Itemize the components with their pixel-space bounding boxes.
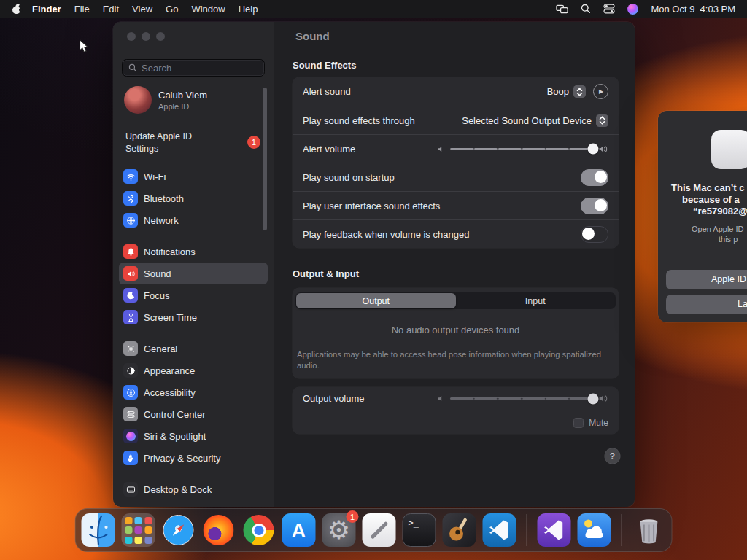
dock-trash-icon[interactable] (632, 513, 666, 547)
dock-terminal-icon[interactable]: >_ (403, 513, 436, 547)
dock-safari-icon[interactable] (162, 513, 196, 547)
play-feedback-when-volume-is-changed-toggle[interactable] (581, 226, 608, 243)
dock-launchpad-icon[interactable] (122, 513, 155, 547)
menu-clock[interactable]: Mon Oct 9 4:03 PM (651, 4, 735, 15)
output-volume-row: Output volume (293, 387, 619, 404)
alert-sound-popup[interactable]: Boop (547, 85, 586, 98)
sidebar-item-label: Wi-Fi (144, 171, 166, 182)
alert-body-line: Open Apple ID (692, 225, 744, 233)
dock-chrome-icon[interactable] (242, 513, 276, 547)
sidebar-item-network[interactable]: Network (119, 209, 268, 231)
dock-app-store-icon[interactable]: A (282, 513, 316, 547)
alert-sound-row: Alert sound Boop ▶ (293, 77, 619, 106)
spotlight-search-icon[interactable] (581, 4, 591, 14)
sidebar-item-control-center[interactable]: Control Center (119, 403, 268, 425)
update-apple-id-notice[interactable]: Update Apple ID Settings 1 (122, 131, 265, 155)
hourglass-icon (123, 310, 138, 324)
sidebar-item-sound[interactable]: Sound (119, 262, 268, 284)
appearance-icon (123, 363, 138, 378)
play-sound-on-startup-label: Play sound on startup (303, 172, 395, 183)
dock-finder-icon[interactable] (82, 513, 115, 547)
sidebar-item-general[interactable]: General (119, 338, 268, 359)
search-input[interactable]: Search (122, 59, 265, 77)
play-through-popup[interactable]: Selected Sound Output Device (462, 114, 608, 127)
menu-status-area: Mon Oct 9 4:03 PM (556, 4, 740, 15)
dock-vscode-insiders-icon[interactable] (538, 513, 571, 547)
menu-item-help[interactable]: Help (232, 4, 265, 15)
search-icon (128, 63, 137, 72)
siri-icon[interactable] (627, 4, 638, 15)
dock-firefox-icon[interactable] (202, 513, 236, 547)
help-button[interactable]: ? (605, 448, 620, 464)
play-through-value: Selected Sound Output Device (462, 115, 592, 126)
alert-body-line: this p (719, 235, 738, 244)
zoom-button[interactable] (156, 32, 165, 41)
play-user-interface-sound-effects-row: Play user interface sound effects (293, 191, 619, 219)
dock-notes-icon[interactable] (363, 513, 396, 547)
alert-volume-slider[interactable] (437, 144, 608, 154)
minimize-button[interactable] (142, 32, 150, 41)
menu-item-edit[interactable]: Edit (96, 4, 125, 15)
displays-icon[interactable] (556, 4, 568, 14)
menu-bar: Finder FileEditViewGoWindowHelp Mon Oct … (0, 0, 747, 18)
sidebar-item-siri-spotlight[interactable]: Siri & Spotlight (119, 425, 268, 447)
sound-pane: Sound Sound Effects Alert sound Boop ▶ P… (274, 22, 635, 507)
dock-icon (123, 482, 138, 497)
sound-effects-heading: Sound Effects (293, 60, 356, 71)
menu-item-view[interactable]: View (125, 4, 159, 15)
play-sound-on-startup-toggle[interactable] (581, 169, 608, 186)
menu-item-window[interactable]: Window (185, 4, 231, 15)
play-feedback-when-volume-is-changed-label: Play feedback when volume is changed (303, 229, 469, 240)
moon-icon (123, 288, 138, 303)
sidebar-item-accessibility[interactable]: Accessibility (119, 381, 268, 403)
dock-weather-icon[interactable] (578, 513, 611, 547)
profile-subtitle: Apple ID (158, 102, 207, 111)
later-button[interactable]: La (666, 295, 747, 314)
mute-checkbox[interactable] (573, 418, 584, 428)
close-button[interactable] (127, 32, 136, 41)
traffic-lights (127, 32, 165, 41)
alert-title-line: “re579082@ (693, 206, 747, 217)
sidebar-item-label: Siri & Spotlight (144, 431, 206, 442)
sidebar-scrollbar[interactable] (263, 88, 267, 230)
slider-knob[interactable] (588, 144, 599, 155)
control-center-icon[interactable] (603, 4, 615, 14)
play-alert-sound-button[interactable]: ▶ (593, 84, 608, 99)
no-devices-message: No audio output devices found (293, 324, 619, 335)
speaker-low-icon (437, 394, 445, 402)
sidebar-item-notifications[interactable]: Notifications (119, 241, 268, 262)
sidebar-item-label: General (144, 343, 177, 354)
tab-input[interactable]: Input (456, 293, 616, 308)
apple-id-settings-button[interactable]: Apple ID (666, 270, 747, 289)
profile-name: Calub Viem (158, 90, 207, 101)
menu-app-name[interactable]: Finder (26, 4, 68, 15)
menu-item-file[interactable]: File (68, 4, 96, 15)
spatial-audio-footnote: Applications may be able to access head … (297, 349, 607, 370)
apple-menu-icon[interactable] (12, 4, 21, 15)
sidebar-item-label: Sound (144, 268, 171, 279)
siri-icon (123, 429, 138, 443)
play-user-interface-sound-effects-toggle[interactable] (581, 198, 608, 214)
sidebar-item-screen-time[interactable]: Screen Time (119, 306, 268, 328)
dock-divider (622, 514, 622, 546)
sidebar-item-wi-fi[interactable]: Wi-Fi (119, 166, 268, 187)
tab-output[interactable]: Output (296, 293, 456, 308)
output-volume-slider[interactable] (437, 394, 608, 403)
apple-id-profile[interactable]: Calub Viem Apple ID (124, 86, 264, 114)
dock-vscode-icon[interactable] (483, 513, 516, 547)
sidebar-item-label: Accessibility (144, 387, 196, 398)
output-input-heading: Output & Input (293, 268, 359, 279)
menu-item-go[interactable]: Go (159, 4, 185, 15)
sidebar-item-desktop-dock[interactable]: Desktop & Dock (119, 478, 268, 500)
sidebar-item-privacy-security[interactable]: Privacy & Security (119, 447, 268, 469)
dock-system-settings-icon[interactable]: ⚙1 (322, 513, 356, 547)
dock-garageband-icon[interactable] (443, 513, 476, 547)
sidebar-item-label: Privacy & Security (144, 453, 220, 464)
sidebar-item-focus[interactable]: Focus (119, 284, 268, 306)
speaker-loud-icon (598, 394, 608, 403)
sidebar-item-appearance[interactable]: Appearance (119, 359, 268, 381)
output-input-segmented-control: OutputInput (295, 292, 616, 309)
sidebar-item-bluetooth[interactable]: Bluetooth (119, 187, 268, 209)
alert-title-line: because of a (682, 194, 740, 205)
slider-knob[interactable] (588, 393, 599, 404)
